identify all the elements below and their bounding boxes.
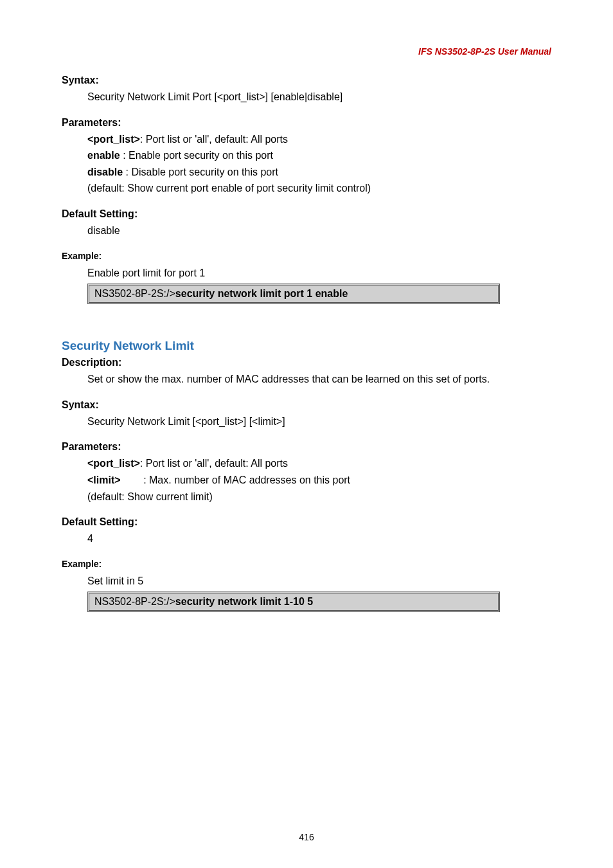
cmd-prefix-1: NS3502-8P-2S:/>	[94, 288, 175, 299]
param-portlist-desc-2: : Port list or 'all', default: All ports	[140, 458, 288, 469]
default-label-1: Default Setting:	[62, 208, 551, 220]
param-portlist-2: <port_list>: Port list or 'all', default…	[87, 455, 551, 472]
example-label-2: Example:	[62, 559, 551, 569]
description-label-2: Description:	[62, 357, 551, 368]
syntax-label-1: Syntax:	[62, 75, 551, 86]
param-default-1: (default: Show current port enable of po…	[87, 180, 551, 197]
param-portlist-1: <port_list>: Port list or 'all', default…	[87, 131, 551, 148]
command-box-2: NS3502-8P-2S:/>security network limit 1-…	[87, 592, 500, 612]
default-value-1: disable	[87, 222, 551, 239]
page-number: 416	[0, 832, 613, 842]
param-limit-key-2: <limit>	[87, 475, 121, 485]
cmd-bold-2: security network limit 1-10 5	[175, 596, 313, 607]
header-product: IFS NS3502-8P-2S User Manual	[62, 46, 551, 57]
example-desc-2: Set limit in 5	[87, 573, 551, 590]
description-text-2: Set or show the max. number of MAC addre…	[87, 371, 551, 388]
default-label-2: Default Setting:	[62, 516, 551, 528]
syntax-text-2: Security Network Limit [<port_list>] [<l…	[87, 413, 551, 430]
param-disable-key-1: disable	[87, 167, 123, 177]
example-label-1: Example:	[62, 251, 551, 261]
param-portlist-desc-1: : Port list or 'all', default: All ports	[140, 134, 288, 145]
parameters-label-2: Parameters:	[62, 441, 551, 453]
param-enable-1: enable : Enable port security on this po…	[87, 147, 551, 164]
syntax-text-1: Security Network Limit Port [<port_list>…	[87, 89, 551, 105]
param-portlist-key-1: <port_list>	[87, 134, 140, 145]
param-default-2: (default: Show current limit)	[87, 489, 551, 505]
parameters-label-1: Parameters:	[62, 117, 551, 129]
param-enable-key-1: enable	[87, 150, 120, 161]
param-enable-desc-1: : Enable port security on this port	[120, 150, 273, 161]
cmd-bold-1: security network limit port 1 enable	[175, 288, 348, 299]
param-limit-2: <limit> : Max. number of MAC addresses o…	[87, 472, 551, 489]
example-desc-1: Enable port limit for port 1	[87, 265, 551, 282]
section-title-2: Security Network Limit	[62, 339, 551, 353]
param-portlist-key-2: <port_list>	[87, 458, 140, 469]
default-value-2: 4	[87, 530, 551, 547]
cmd-prefix-2: NS3502-8P-2S:/>	[94, 596, 175, 607]
param-disable-desc-1: : Disable port security on this port	[123, 167, 278, 177]
param-disable-1: disable : Disable port security on this …	[87, 164, 551, 181]
command-box-1: NS3502-8P-2S:/>security network limit po…	[87, 284, 500, 304]
param-limit-desc-2: : Max. number of MAC addresses on this p…	[121, 475, 350, 485]
syntax-label-2: Syntax:	[62, 399, 551, 411]
